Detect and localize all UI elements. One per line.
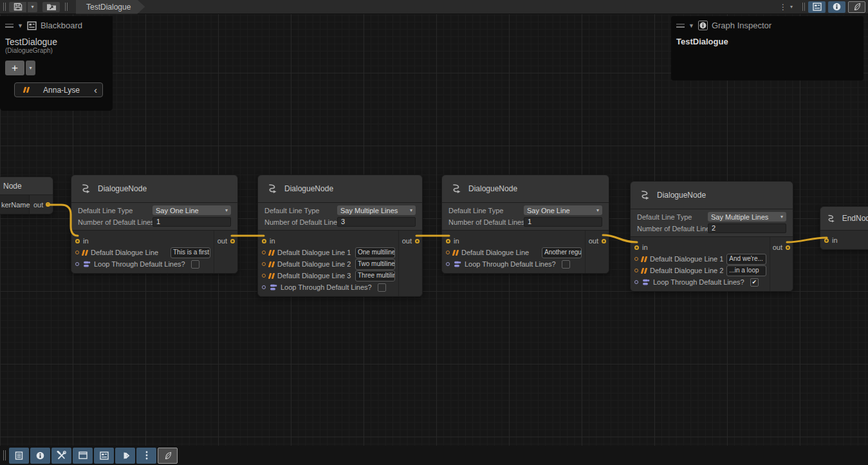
blackboard-toggle-button[interactable]	[808, 1, 826, 13]
open-asset-button[interactable]	[42, 2, 60, 12]
dialogue-line-port[interactable]	[262, 274, 266, 278]
dialogue-line-field[interactable]: Two multiline	[355, 259, 395, 270]
input-port[interactable]	[262, 239, 266, 243]
quill-icon	[853, 3, 861, 11]
in-port-label: in	[270, 237, 275, 245]
graph-inspector-panel: ▼ Graph Inspector TestDialogue	[671, 16, 863, 81]
line-count-input[interactable]: 1	[524, 217, 602, 227]
end-node[interactable]: EndNode in	[820, 206, 868, 250]
add-property-button[interactable]: +	[5, 61, 24, 75]
toolbar-drag-handle[interactable]	[3, 3, 6, 11]
add-property-dropdown[interactable]: ▾	[26, 61, 35, 75]
node-title-bar[interactable]: DialogueNode	[71, 175, 237, 202]
node-title[interactable]: Node	[0, 177, 53, 195]
output-port[interactable]	[786, 245, 790, 250]
toolbar-drag-handle[interactable]	[3, 450, 6, 460]
dialogue-line-field[interactable]: Another regu	[542, 247, 582, 258]
loop-port[interactable]	[446, 262, 450, 266]
toolbar-options-button[interactable]: ⋮ ▾	[779, 3, 793, 12]
node-title: DialogueNode	[468, 184, 517, 193]
document-icon	[15, 451, 23, 460]
dialogue-line-field[interactable]: This is a first	[171, 247, 210, 258]
quill-toggle-button[interactable]	[848, 1, 865, 13]
dialogue-node-4[interactable]: DialogueNode Default Line Type Say Multi…	[630, 181, 793, 292]
loop-icon	[642, 279, 650, 286]
loop-checkbox[interactable]: ✔	[750, 278, 759, 287]
loop-checkbox[interactable]	[378, 283, 386, 292]
collapse-arrow-icon[interactable]: ▼	[17, 23, 23, 29]
dialogue-node-1[interactable]: DialogueNode Default Line Type Say One L…	[71, 175, 238, 274]
start-node-partial[interactable]: Node kerName out	[0, 176, 53, 214]
input-port[interactable]	[75, 239, 80, 243]
document-panel-button[interactable]	[9, 448, 29, 464]
line-type-dropdown[interactable]: Say One Line ▾	[524, 205, 602, 215]
blackboard-header[interactable]: ▼ Blackboard	[0, 16, 113, 33]
more-options-button[interactable]	[136, 448, 156, 464]
dialogue-line-port[interactable]	[446, 251, 450, 254]
dialogue-line-field[interactable]: And we're...	[726, 254, 766, 265]
input-port[interactable]	[824, 238, 829, 243]
panel-drag-handle-icon[interactable]	[676, 24, 685, 28]
blackboard-icon	[813, 3, 822, 11]
line-count-input[interactable]: 2	[708, 223, 786, 233]
loop-port[interactable]	[634, 280, 638, 284]
save-button[interactable]	[9, 2, 26, 12]
line-count-label: Number of Default Lines	[264, 218, 337, 226]
window-icon	[78, 451, 88, 459]
line-count-input[interactable]: 3	[337, 217, 416, 227]
collapse-arrow-icon[interactable]: ▼	[688, 23, 694, 29]
loop-port[interactable]	[262, 285, 266, 289]
output-port[interactable]	[230, 239, 235, 243]
dialogue-node-2[interactable]: DialogueNode Default Line Type Say Multi…	[257, 175, 423, 297]
dialogue-line-port[interactable]	[634, 269, 638, 272]
node-title-bar[interactable]: EndNode	[820, 207, 868, 230]
breadcrumb-tab[interactable]: TestDialogue	[76, 0, 145, 14]
line-count-input[interactable]: 1	[152, 217, 231, 227]
inspector-header[interactable]: ▼ Graph Inspector	[671, 16, 863, 33]
node-title-bar[interactable]: DialogueNode	[442, 175, 609, 202]
line-type-dropdown[interactable]: Say Multiple Lines ▾	[337, 205, 416, 215]
dialogue-line-field[interactable]: One multiline	[355, 247, 395, 258]
tools-button[interactable]	[51, 448, 71, 464]
line-count-label: Number of Default Lines	[637, 225, 708, 232]
window-button[interactable]	[73, 448, 93, 464]
quill-icon	[164, 451, 172, 460]
dialogue-node-icon	[266, 184, 279, 194]
dialogue-line-port[interactable]	[262, 262, 266, 266]
node-title-bar[interactable]: DialogueNode	[631, 182, 793, 209]
preview-button[interactable]	[115, 448, 135, 464]
node-title: EndNode	[842, 214, 868, 223]
output-port[interactable]	[415, 239, 420, 243]
out-port-label: out	[402, 237, 412, 245]
line-type-dropdown[interactable]: Say One Line ▾	[152, 205, 231, 215]
info-panel-button[interactable]	[30, 448, 50, 464]
dialogue-line-port[interactable]	[634, 257, 638, 261]
blackboard-property-anna-lyse[interactable]: Anna-Lyse ‹	[14, 82, 103, 97]
inspector-toggle-button[interactable]	[828, 1, 845, 13]
node-title: DialogueNode	[657, 191, 706, 200]
dialogue-line-field[interactable]: Three multilin	[355, 270, 395, 281]
output-port[interactable]	[602, 239, 606, 243]
input-port[interactable]	[634, 245, 639, 250]
line-type-dropdown[interactable]: Say Multiple Lines ▾	[708, 212, 786, 222]
speaker-name-field[interactable]: kerName	[0, 195, 30, 214]
dialogue-line-field[interactable]: ...in a loop	[726, 265, 766, 276]
chevron-left-icon[interactable]: ‹	[94, 85, 97, 95]
in-port-label: in	[832, 236, 838, 244]
info-icon	[833, 3, 841, 11]
panel-drag-handle-icon[interactable]	[5, 24, 14, 28]
line-count-label: Number of Default Lines	[78, 218, 152, 226]
loop-port[interactable]	[75, 262, 79, 266]
loop-checkbox[interactable]	[191, 260, 199, 269]
blackboard-panel-button[interactable]	[94, 448, 114, 464]
dialogue-line-port[interactable]	[262, 251, 266, 254]
line-type-label: Default Line Type	[637, 213, 708, 221]
dialogue-line-port[interactable]	[75, 251, 79, 254]
input-port[interactable]	[446, 239, 450, 243]
node-title-bar[interactable]: DialogueNode	[258, 175, 422, 202]
save-dropdown-button[interactable]: ▾	[28, 2, 37, 12]
quote-icon	[24, 87, 29, 93]
quill-panel-button[interactable]	[158, 448, 178, 464]
dialogue-node-3[interactable]: DialogueNode Default Line Type Say One L…	[441, 175, 609, 274]
loop-checkbox[interactable]	[562, 260, 570, 269]
